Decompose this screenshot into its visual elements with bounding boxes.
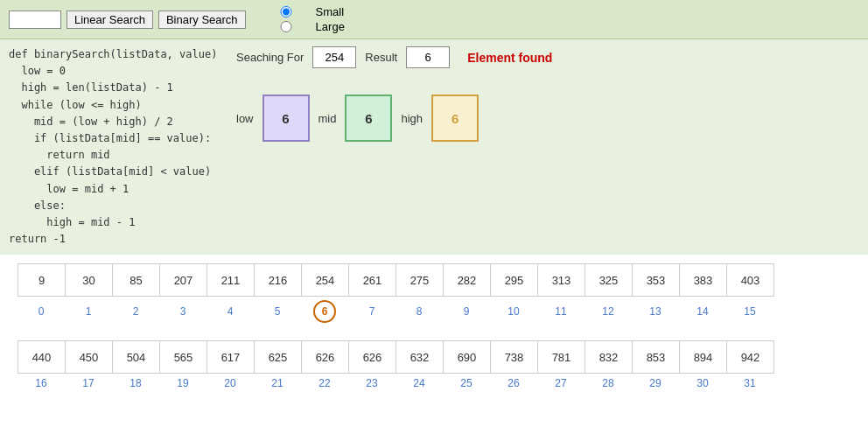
array1-index-6: 6 bbox=[301, 300, 348, 323]
result-label: Result bbox=[365, 51, 397, 64]
search-value-box: 254 bbox=[312, 46, 356, 68]
array2-index-16: 16 bbox=[18, 377, 65, 389]
array2-index-23: 23 bbox=[348, 377, 396, 389]
array2-cell-10: 738 bbox=[491, 340, 538, 374]
array2-index-18: 18 bbox=[112, 377, 159, 389]
array2-index-21: 21 bbox=[254, 377, 301, 389]
binary-search-button[interactable]: Binary Search bbox=[158, 10, 246, 29]
search-input[interactable]: 254 bbox=[9, 10, 61, 29]
array2-cell-1: 450 bbox=[66, 340, 113, 374]
array-row-2: 4404505045656176256266266326907387818328… bbox=[18, 340, 850, 389]
array2-index-26: 26 bbox=[490, 377, 537, 389]
mid-label: mid bbox=[318, 112, 337, 125]
large-radio-label[interactable]: Large bbox=[260, 20, 345, 33]
array1-cell-6: 254 bbox=[302, 263, 349, 297]
array2-index-17: 17 bbox=[65, 377, 112, 389]
array1-cell-12: 325 bbox=[585, 263, 633, 297]
high-label: high bbox=[401, 112, 423, 125]
searching-for-label: Seaching For bbox=[236, 51, 304, 64]
array2-cell-12: 832 bbox=[585, 340, 633, 374]
array1-cell-8: 275 bbox=[396, 263, 444, 297]
array1-index-12: 12 bbox=[584, 300, 632, 323]
large-radio[interactable] bbox=[260, 21, 312, 32]
array2-cell-9: 690 bbox=[444, 340, 491, 374]
small-radio-label[interactable]: Small bbox=[260, 5, 345, 18]
large-label: Large bbox=[316, 20, 345, 33]
array1-index-15: 15 bbox=[726, 300, 774, 323]
array2-cell-13: 853 bbox=[633, 340, 680, 374]
array1-index-0: 0 bbox=[18, 300, 65, 323]
array1-cell-13: 353 bbox=[633, 263, 680, 297]
array1-cell-3: 207 bbox=[160, 263, 207, 297]
array2-cell-6: 626 bbox=[302, 340, 349, 374]
array1-index-9: 9 bbox=[443, 300, 490, 323]
visual-panel: Seaching For 254 Result 6 Element found … bbox=[219, 46, 859, 248]
result-value-box: 6 bbox=[406, 46, 450, 68]
array2-index-28: 28 bbox=[584, 377, 632, 389]
array1-indices: 0123456789101112131415 bbox=[18, 300, 850, 323]
high-box: 6 bbox=[431, 94, 479, 142]
array1-cell-5: 216 bbox=[255, 263, 302, 297]
lmh-display: low 6 mid 6 high 6 bbox=[236, 94, 859, 142]
array1-index-10: 10 bbox=[490, 300, 537, 323]
low-label: low bbox=[236, 112, 254, 125]
array1-cell-11: 313 bbox=[538, 263, 585, 297]
low-box: 6 bbox=[262, 94, 310, 142]
array2-indices: 16171819202122232425262728293031 bbox=[18, 377, 850, 389]
array1-index-7: 7 bbox=[348, 300, 396, 323]
array1-cells: 9308520721121625426127528229531332535338… bbox=[18, 263, 850, 297]
array1-cell-15: 403 bbox=[727, 263, 774, 297]
array2-cell-14: 894 bbox=[680, 340, 727, 374]
small-label: Small bbox=[316, 5, 345, 18]
arrays-panel: 9308520721121625426127528229531332535338… bbox=[0, 255, 868, 416]
array2-index-22: 22 bbox=[301, 377, 348, 389]
array2-cell-5: 625 bbox=[255, 340, 302, 374]
array2-index-20: 20 bbox=[206, 377, 254, 389]
array2-cell-7: 626 bbox=[349, 340, 396, 374]
array1-index-2: 2 bbox=[112, 300, 159, 323]
array1-index-13: 13 bbox=[632, 300, 679, 323]
array2-index-30: 30 bbox=[679, 377, 726, 389]
found-text: Element found bbox=[467, 51, 552, 65]
array2-cell-4: 617 bbox=[207, 340, 255, 374]
array1-cell-1: 30 bbox=[66, 263, 113, 297]
array1-index-11: 11 bbox=[537, 300, 584, 323]
array2-index-24: 24 bbox=[396, 377, 443, 389]
array2-cell-2: 504 bbox=[113, 340, 160, 374]
array2-cell-11: 781 bbox=[538, 340, 585, 374]
array1-index-1: 1 bbox=[65, 300, 112, 323]
mid-box: 6 bbox=[345, 94, 392, 142]
array2-cell-15: 942 bbox=[727, 340, 774, 374]
array1-index-8: 8 bbox=[396, 300, 443, 323]
array2-cell-8: 632 bbox=[396, 340, 444, 374]
array2-cell-3: 565 bbox=[160, 340, 207, 374]
array2-index-27: 27 bbox=[537, 377, 584, 389]
array2-index-29: 29 bbox=[632, 377, 679, 389]
small-radio[interactable] bbox=[260, 6, 312, 18]
array2-index-31: 31 bbox=[726, 377, 774, 389]
array1-index-4: 4 bbox=[206, 300, 254, 323]
main-panel: def binarySearch(listData, value) low = … bbox=[0, 39, 868, 255]
header: 254 Linear Search Binary Search Small La… bbox=[0, 0, 868, 39]
array1-index-3: 3 bbox=[159, 300, 206, 323]
array1-cell-0: 9 bbox=[18, 263, 66, 297]
array1-cell-9: 282 bbox=[444, 263, 491, 297]
array-row-1: 9308520721121625426127528229531332535338… bbox=[18, 263, 850, 323]
array1-cell-7: 261 bbox=[349, 263, 396, 297]
code-panel: def binarySearch(listData, value) low = … bbox=[9, 46, 219, 248]
array1-cell-10: 295 bbox=[491, 263, 538, 297]
array2-index-25: 25 bbox=[443, 377, 490, 389]
array1-cell-4: 211 bbox=[207, 263, 255, 297]
array2-cells: 4404505045656176256266266326907387818328… bbox=[18, 340, 850, 374]
search-info: Seaching For 254 Result 6 Element found bbox=[236, 46, 859, 68]
array1-cell-2: 85 bbox=[113, 263, 160, 297]
array1-index-14: 14 bbox=[679, 300, 726, 323]
linear-search-button[interactable]: Linear Search bbox=[66, 10, 153, 29]
array1-cell-14: 383 bbox=[680, 263, 727, 297]
array2-cell-0: 440 bbox=[18, 340, 66, 374]
array2-index-19: 19 bbox=[159, 377, 206, 389]
size-radio-group: Small Large bbox=[260, 5, 345, 33]
array1-index-5: 5 bbox=[254, 300, 301, 323]
